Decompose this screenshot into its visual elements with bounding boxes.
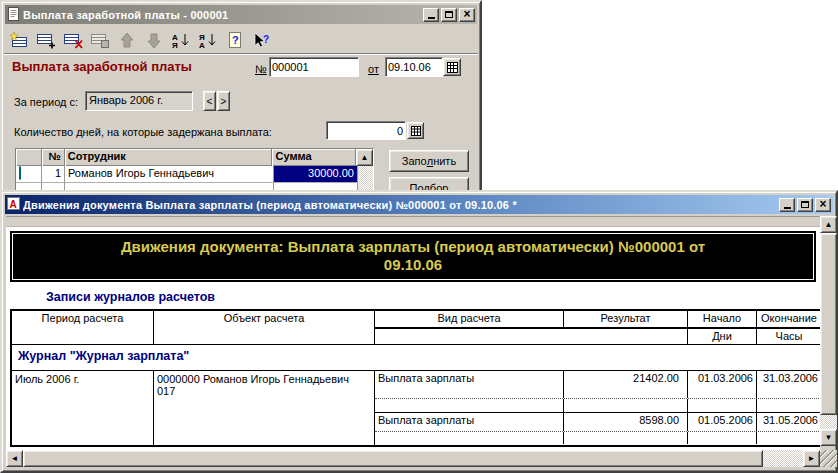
row-flag-cell[interactable] xyxy=(16,166,42,183)
section-title: Записи журналов расчетов xyxy=(46,290,215,304)
col-kind-result-sub xyxy=(375,328,688,344)
help-icon[interactable]: ? xyxy=(225,31,245,49)
svg-text:?: ? xyxy=(232,34,239,46)
close-icon[interactable]: × xyxy=(459,8,475,22)
row-num-cell[interactable]: 1 xyxy=(42,166,65,183)
report-header-row1: Период расчета Объект расчета Вид расчет… xyxy=(12,311,820,328)
period-field[interactable]: Январь 2006 г. xyxy=(85,91,193,111)
col-period: Период расчета xyxy=(12,311,154,328)
scroll-left-icon[interactable]: ◄ xyxy=(6,450,23,467)
row-sum-cell[interactable]: 30000.00 xyxy=(274,166,358,183)
maximize-icon[interactable] xyxy=(797,198,813,212)
sort-ascending-icon[interactable]: А Я xyxy=(171,31,191,49)
movements-titlebar[interactable]: А Движения документа Выплата зарплаты (п… xyxy=(5,195,833,214)
entry-row: Выплата зарплаты 21402.00 01.03.2006 31.… xyxy=(375,371,820,399)
svg-text:А: А xyxy=(199,41,205,49)
movements-window: А Движения документа Выплата зарплаты (п… xyxy=(0,190,838,473)
sum-column-header: Сумма xyxy=(272,149,356,166)
calendar-button[interactable] xyxy=(443,58,461,76)
new-row-icon[interactable] xyxy=(9,31,29,49)
svg-text:Я: Я xyxy=(172,41,178,49)
days-input[interactable] xyxy=(327,122,405,139)
scroll-down-icon[interactable]: ▼ xyxy=(820,429,837,446)
col-object: Объект расчета xyxy=(154,311,375,328)
number-input[interactable] xyxy=(270,58,358,76)
scroll-up-icon[interactable]: ▲ xyxy=(820,216,837,233)
entry-end: 31.03.2006 xyxy=(757,371,820,398)
flag-column-header xyxy=(16,149,42,166)
payment-table-header: № Сотрудник Сумма ▲ xyxy=(16,149,373,166)
num-column-header: № xyxy=(42,149,65,166)
movements-window-title: Движения документа Выплата зарплаты (пер… xyxy=(23,199,776,211)
date-field-frame xyxy=(385,57,443,77)
payment-titlebar[interactable]: Выплата заработной платы - 000001 × xyxy=(5,5,477,24)
date-label: от xyxy=(368,63,379,75)
calendar-icon xyxy=(447,62,458,73)
report-table: Период расчета Объект расчета Вид расчет… xyxy=(10,309,820,447)
entry-start: 01.03.2006 xyxy=(688,371,757,398)
journal-title: Журнал "Журнал зарплата" xyxy=(12,345,820,371)
entry-spacer xyxy=(375,399,820,413)
maximize-icon[interactable] xyxy=(441,8,457,22)
period-next-button[interactable]: > xyxy=(217,91,230,111)
entry-kind: Выплата зарплаты xyxy=(375,371,564,398)
report-header-line1: Движения документа: Выплата зарплаты (пе… xyxy=(13,238,813,256)
svg-text:А: А xyxy=(10,199,17,210)
form-heading: Выплата заработной платы xyxy=(12,59,192,74)
entry-spacer xyxy=(375,432,820,444)
journal-block: Июль 2006 г. 0000000 Романов Игорь Генна… xyxy=(12,371,820,445)
date-input[interactable] xyxy=(386,58,442,76)
add-row-icon[interactable] xyxy=(36,31,56,49)
table-row: 1 Романов Игорь Геннадьевич 30000.00 xyxy=(16,166,358,183)
horizontal-scroll-track[interactable] xyxy=(763,450,803,467)
toolbar-separator xyxy=(4,53,478,55)
row-employee-cell[interactable]: Романов Игорь Геннадьевич xyxy=(65,166,274,183)
minimize-icon[interactable] xyxy=(423,8,439,22)
delete-row-icon[interactable] xyxy=(63,31,83,49)
move-up-icon[interactable] xyxy=(117,31,137,49)
entry-row: Выплата зарплаты 8598.00 01.05.2006 31.0… xyxy=(375,413,820,432)
entry-end: 31.05.2006 xyxy=(757,413,820,431)
col-end: Окончание xyxy=(757,311,820,328)
calculator-button[interactable] xyxy=(407,122,424,139)
payment-window: Выплата заработной платы - 000001 × xyxy=(0,0,482,196)
scroll-right-icon[interactable]: ► xyxy=(803,450,820,467)
period-prev-button[interactable]: < xyxy=(203,91,216,111)
table-scroll-up-icon[interactable]: ▲ xyxy=(356,149,373,166)
entry-result: 8598.00 xyxy=(564,413,688,431)
col-start: Начало xyxy=(688,311,757,328)
vertical-scroll-track[interactable] xyxy=(820,415,837,429)
sort-descending-icon[interactable]: Я А xyxy=(198,31,218,49)
document-icon xyxy=(7,7,20,23)
col-result: Результат xyxy=(564,311,688,328)
minimize-icon[interactable] xyxy=(779,198,795,212)
context-help-icon[interactable]: ? xyxy=(252,31,272,49)
copy-row-icon[interactable] xyxy=(90,31,110,49)
move-down-icon[interactable] xyxy=(144,31,164,49)
period-label: За период с: xyxy=(14,96,78,108)
number-field-frame xyxy=(269,57,359,77)
payment-window-title: Выплата заработной платы - 000001 xyxy=(23,9,420,21)
fill-button[interactable]: Заполнить xyxy=(389,150,469,172)
entry-start: 01.05.2006 xyxy=(688,413,757,431)
entry-result: 21402.00 xyxy=(564,371,688,398)
report-header-row2: Дни Часы xyxy=(12,328,820,345)
row-marker-icon xyxy=(19,166,21,180)
block-object-cell: 0000000 Романов Игорь Геннадьевич 017 xyxy=(154,371,375,445)
horizontal-scrollbar[interactable]: ◄ ► xyxy=(6,450,820,467)
vertical-scroll-thumb[interactable] xyxy=(820,233,837,415)
report-content: Движения документа: Выплата зарплаты (пе… xyxy=(6,216,820,453)
days-label: Количество дней, на которые задержана вы… xyxy=(14,126,272,138)
horizontal-scroll-thumb[interactable] xyxy=(23,450,763,467)
svg-text:?: ? xyxy=(263,34,269,45)
report-top-strip xyxy=(6,217,820,227)
close-icon[interactable]: × xyxy=(815,198,831,212)
resize-grip[interactable] xyxy=(820,450,837,467)
employee-column-header: Сотрудник xyxy=(65,149,273,166)
entry-kind: Выплата зарплаты xyxy=(375,413,564,431)
report-header-box: Движения документа: Выплата зарплаты (пе… xyxy=(10,231,816,282)
block-period-cell: Июль 2006 г. xyxy=(12,371,154,445)
vertical-scrollbar[interactable]: ▲ ▼ xyxy=(820,216,837,446)
col-kind: Вид расчета xyxy=(375,311,564,328)
col-days: Дни xyxy=(688,328,757,344)
